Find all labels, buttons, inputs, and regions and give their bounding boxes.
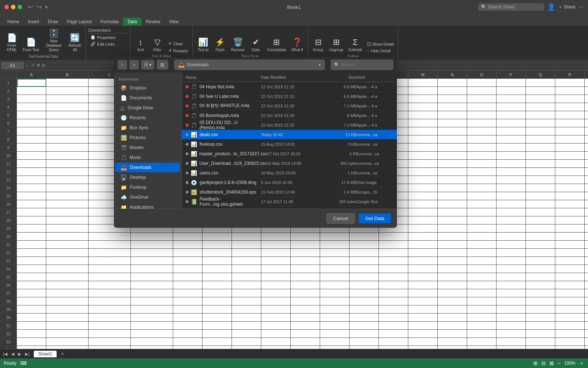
cell-M34[interactable] (408, 346, 438, 349)
cell-F23[interactable] (202, 257, 232, 265)
cell-O22[interactable] (467, 249, 496, 257)
cell-D32[interactable] (131, 330, 173, 338)
cell-R22[interactable] (555, 249, 585, 257)
cell-N17[interactable] (438, 208, 467, 216)
cell-F34[interactable] (202, 346, 232, 349)
cell-L26[interactable] (379, 281, 408, 289)
cell-Q7[interactable] (526, 127, 555, 135)
row-number-4[interactable]: 4 (0, 103, 17, 111)
cell-B7[interactable] (46, 127, 89, 135)
cell-G27[interactable] (232, 289, 261, 297)
cell-D30[interactable] (131, 314, 173, 322)
cell-F29[interactable] (202, 305, 232, 314)
cell-C27[interactable] (89, 289, 131, 297)
col-header-b[interactable]: B (46, 71, 89, 79)
cell-P34[interactable] (496, 346, 526, 349)
cell-S22[interactable] (585, 249, 588, 257)
row-number-34[interactable]: 34 (0, 346, 17, 349)
cell-H28[interactable] (261, 297, 291, 305)
cell-N8[interactable] (438, 135, 467, 144)
cell-K29[interactable] (349, 305, 379, 314)
cell-I25[interactable] (291, 273, 320, 281)
cell-P8[interactable] (496, 135, 526, 144)
cell-N20[interactable] (438, 233, 467, 241)
properties-button[interactable]: 📋 Properties (88, 34, 128, 40)
cell-R34[interactable] (555, 346, 585, 349)
normal-view-button[interactable]: ⊞ (533, 360, 538, 366)
zoom-in-button[interactable]: ＋ (579, 360, 584, 367)
cell-O5[interactable] (467, 111, 496, 119)
cell-A26[interactable] (17, 281, 46, 289)
cell-N19[interactable] (438, 224, 467, 233)
cell-R7[interactable] (555, 127, 585, 135)
cell-Q16[interactable] (526, 200, 555, 208)
cell-Q6[interactable] (526, 119, 555, 127)
row-number-3[interactable]: 3 (0, 95, 17, 103)
cell-R15[interactable] (555, 192, 585, 200)
edit-links-button[interactable]: 🔗 Edit Links (88, 41, 128, 47)
cell-F21[interactable] (202, 241, 232, 249)
cell-N1[interactable] (438, 79, 467, 87)
cell-R12[interactable] (555, 168, 585, 176)
cell-A17[interactable] (17, 208, 46, 216)
cell-O30[interactable] (467, 314, 496, 322)
col-header-n[interactable]: N (438, 71, 467, 79)
cell-N22[interactable] (438, 249, 467, 257)
cell-P22[interactable] (496, 249, 526, 257)
cell-Q30[interactable] (526, 314, 555, 322)
cell-H25[interactable] (261, 273, 291, 281)
cell-S23[interactable] (585, 257, 588, 265)
cancel-button[interactable]: Cancel (326, 213, 355, 224)
sidebar-item-movies[interactable]: 🎬 Movies (115, 143, 180, 152)
cell-Q19[interactable] (526, 224, 555, 233)
sheet-nav-next[interactable]: ▶ (17, 351, 23, 357)
minimize-window-button[interactable] (11, 5, 15, 9)
cell-B32[interactable] (46, 330, 89, 338)
cell-A22[interactable] (17, 249, 46, 257)
column-header-kind[interactable]: Kind (356, 75, 393, 79)
cell-F20[interactable] (202, 233, 232, 241)
cell-H24[interactable] (261, 265, 291, 273)
cell-A15[interactable] (17, 192, 46, 200)
cell-N11[interactable] (438, 160, 467, 168)
sidebar-item-box-sync[interactable]: 📁 Box Sync (115, 123, 180, 132)
new-database-query-button[interactable]: 🗄️ New DatabaseQuery (42, 27, 65, 54)
cell-D28[interactable] (131, 297, 173, 305)
cell-O26[interactable] (467, 281, 496, 289)
tab-review[interactable]: Review (141, 18, 165, 26)
cell-N18[interactable] (438, 216, 467, 224)
cell-O16[interactable] (467, 200, 496, 208)
cell-P30[interactable] (496, 314, 526, 322)
cell-R2[interactable] (555, 87, 585, 95)
cell-B11[interactable] (46, 160, 89, 168)
cell-E22[interactable] (173, 249, 202, 257)
cell-M1[interactable] (408, 79, 438, 87)
cell-N10[interactable] (438, 152, 467, 160)
cell-M27[interactable] (408, 289, 438, 297)
cell-B1[interactable] (46, 79, 89, 87)
dialog-search-input[interactable] (341, 62, 385, 67)
cell-F26[interactable] (202, 281, 232, 289)
cell-N28[interactable] (438, 297, 467, 305)
cell-S15[interactable] (585, 192, 588, 200)
cell-B26[interactable] (46, 281, 89, 289)
cell-M20[interactable] (408, 233, 438, 241)
row-number-20[interactable]: 20 (0, 233, 17, 241)
cell-M24[interactable] (408, 265, 438, 273)
tab-formulas[interactable]: Formulas (96, 18, 123, 26)
cell-H32[interactable] (261, 330, 291, 338)
cell-L29[interactable] (379, 305, 408, 314)
cell-A34[interactable] (17, 346, 46, 349)
cell-J25[interactable] (320, 273, 349, 281)
cell-D25[interactable] (131, 273, 173, 281)
cell-M16[interactable] (408, 200, 438, 208)
col-header-r[interactable]: R (555, 71, 585, 79)
cell-G26[interactable] (232, 281, 261, 289)
data-validation-button[interactable]: ✔ Data (248, 36, 264, 54)
cell-R21[interactable] (555, 241, 585, 249)
cell-P10[interactable] (496, 152, 526, 160)
cell-J20[interactable] (320, 233, 349, 241)
cell-G28[interactable] (232, 297, 261, 305)
cell-R17[interactable] (555, 208, 585, 216)
col-header-s[interactable]: S (585, 71, 588, 79)
